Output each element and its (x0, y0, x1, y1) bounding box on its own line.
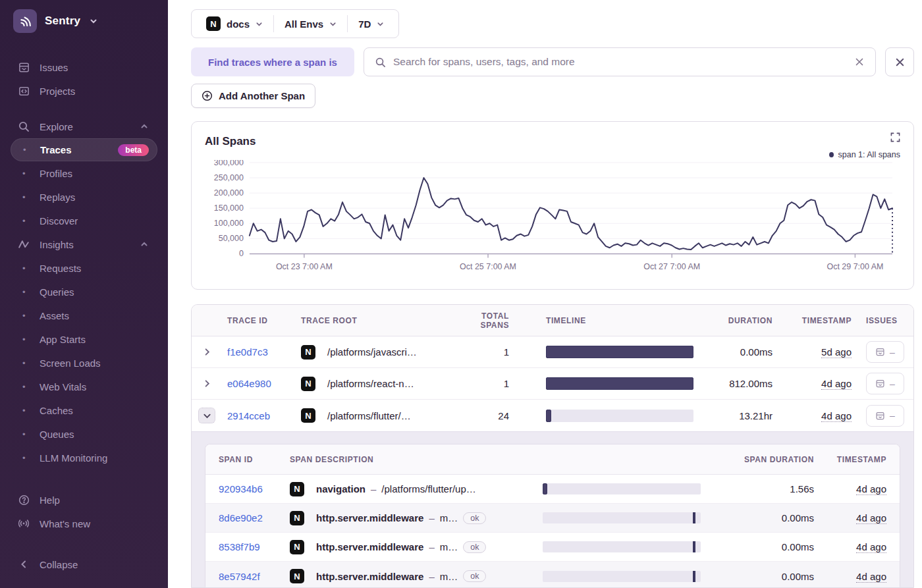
sidebar-item-llm-monitoring[interactable]: • LLM Monitoring (11, 446, 157, 469)
trace-id-link[interactable]: e064e980 (227, 378, 271, 389)
trace-row[interactable]: 2914cceb N /platforms/flutter/… 24 13.21… (192, 400, 913, 431)
trace-id-link[interactable]: 2914cceb (227, 410, 270, 421)
total-spans: 24 (448, 410, 514, 421)
sidebar-section-explore[interactable]: Explore (0, 115, 168, 138)
sidebar-item-replays[interactable]: • Replays (11, 185, 157, 209)
span-id-link[interactable]: 920934b6 (219, 483, 263, 494)
trace-id-link[interactable]: f1e0d7c3 (227, 346, 268, 358)
collapse-button[interactable]: Collapse (0, 552, 168, 576)
timestamp[interactable]: 4d ago (821, 410, 852, 422)
chevron-up-icon[interactable] (140, 122, 148, 130)
remove-span-filter-button[interactable] (885, 47, 914, 76)
span-duration: 1.56s (701, 483, 814, 494)
sidebar-item-traces[interactable]: • Traces beta (11, 138, 157, 161)
sidebar-item-label: Queues (40, 429, 74, 440)
timestamp[interactable]: 4d ago (856, 541, 886, 553)
timeline-bar (546, 346, 693, 358)
span-duration: 0.00ms (701, 571, 814, 582)
timestamp[interactable]: 4d ago (856, 483, 886, 495)
col-timeline: TIMELINE (541, 316, 699, 325)
col-total-spans: TOTAL SPANS (448, 311, 514, 330)
sidebar-item-caches[interactable]: • Caches (11, 398, 157, 422)
chevron-down-icon[interactable] (198, 408, 215, 423)
chevron-right-icon[interactable] (203, 348, 211, 356)
span-search-input[interactable] (393, 56, 847, 68)
sidebar-item-app-starts[interactable]: • App Starts (11, 327, 157, 351)
sidebar-item-label: Screen Loads (40, 358, 101, 369)
project-selector[interactable]: N docs (196, 16, 273, 31)
span-description: /platforms/flutter/up… (381, 483, 475, 494)
issues-button[interactable]: – (866, 405, 904, 427)
span-row[interactable]: 8e57942f N http.server.middleware – m… o… (205, 562, 900, 588)
sidebar-item-help[interactable]: Help (0, 488, 168, 512)
issues-button[interactable]: – (866, 373, 904, 394)
explore-items: • Traces beta • Profiles • Replays • Dis… (0, 138, 168, 232)
add-another-span-button[interactable]: Add Another Span (191, 84, 315, 108)
sidebar-item-label: LLM Monitoring (40, 452, 107, 464)
col-timestamp: TIMESTAMP (778, 316, 857, 325)
sidebar-item-projects[interactable]: Projects (0, 79, 168, 103)
timestamp[interactable]: 4d ago (856, 512, 886, 524)
sidebar: Sentry Issues Projects Explore • Traces … (0, 0, 168, 588)
chevron-up-icon[interactable] (140, 240, 148, 248)
sidebar-item-issues[interactable]: Issues (0, 55, 168, 79)
timestamp[interactable]: 4d ago (821, 378, 852, 390)
sidebar-item-requests[interactable]: • Requests (11, 256, 157, 280)
sidebar-item-discover[interactable]: • Discover (11, 209, 157, 232)
col-span-description: SPAN DESCRIPTION (290, 455, 543, 464)
span-op: navigation (316, 483, 366, 494)
search-icon (17, 120, 30, 133)
clear-search-icon[interactable] (854, 57, 865, 67)
span-id-link[interactable]: 8538f7b9 (219, 541, 260, 552)
trace-row[interactable]: e064e980 N /platforms/react-n… 1 812.00m… (192, 368, 913, 400)
sidebar-footer: Help What's new Collapse (0, 488, 168, 576)
environment-selector[interactable]: All Envs (274, 18, 347, 30)
separator: – (429, 541, 434, 552)
timestamp[interactable]: 4d ago (856, 571, 886, 583)
bullet-icon: • (22, 216, 40, 226)
bullet-icon: • (22, 358, 40, 368)
sidebar-section-insights[interactable]: Insights (0, 232, 168, 256)
sidebar-item-assets[interactable]: • Assets (11, 304, 157, 327)
trace-row[interactable]: f1e0d7c3 N /platforms/javascri… 1 0.00ms… (192, 336, 913, 368)
sidebar-item-profiles[interactable]: • Profiles (11, 161, 157, 185)
org-switcher[interactable]: Sentry (0, 9, 168, 33)
duration: 812.00ms (699, 378, 778, 389)
sidebar-item-web-vitals[interactable]: • Web Vitals (11, 375, 157, 398)
bullet-icon: • (22, 382, 40, 392)
bullet-icon: • (22, 334, 40, 344)
x-axis-label: Oct 29 7:00 AM (827, 262, 883, 271)
nextjs-platform-icon: N (290, 511, 304, 525)
issues-button[interactable]: – (866, 341, 904, 363)
span-id-link[interactable]: 8e57942f (219, 571, 260, 582)
fullscreen-icon[interactable] (890, 131, 900, 142)
duration: 0.00ms (699, 346, 778, 358)
span-description: m… (440, 541, 458, 552)
sidebar-item-screen-loads[interactable]: • Screen Loads (11, 351, 157, 375)
bullet-icon: • (22, 453, 40, 463)
total-spans: 1 (448, 346, 514, 358)
span-id-link[interactable]: 8d6e90e2 (219, 512, 263, 523)
sidebar-item-label: Discover (40, 215, 78, 227)
sidebar-item-label: Requests (40, 263, 81, 274)
sidebar-item-what-s-new[interactable]: What's new (0, 512, 168, 535)
span-search-box[interactable] (364, 47, 876, 76)
y-axis-label: 300,000 (214, 160, 244, 167)
plus-circle-icon (202, 90, 213, 101)
issues-icon (17, 61, 30, 74)
bullet-icon: • (22, 192, 40, 202)
sidebar-item-queues[interactable]: • Queues (11, 422, 157, 446)
date-range-selector[interactable]: 7D (348, 18, 394, 30)
nextjs-platform-icon: N (290, 569, 304, 583)
chevron-right-icon[interactable] (203, 379, 211, 388)
span-row[interactable]: 920934b6 N navigation – /platforms/flutt… (205, 475, 900, 504)
trace-root: /platforms/flutter/… (322, 410, 448, 421)
span-row[interactable]: 8538f7b9 N http.server.middleware – m… o… (205, 533, 900, 562)
span-row[interactable]: 8d6e90e2 N http.server.middleware – m… o… (205, 504, 900, 533)
chevron-down-icon (329, 20, 337, 28)
span-op: http.server.middleware (316, 541, 423, 552)
sidebar-item-queries[interactable]: • Queries (11, 280, 157, 304)
timestamp[interactable]: 5d ago (821, 346, 852, 358)
col-span-id: SPAN ID (219, 455, 290, 464)
span-duration: 0.00ms (701, 512, 814, 523)
